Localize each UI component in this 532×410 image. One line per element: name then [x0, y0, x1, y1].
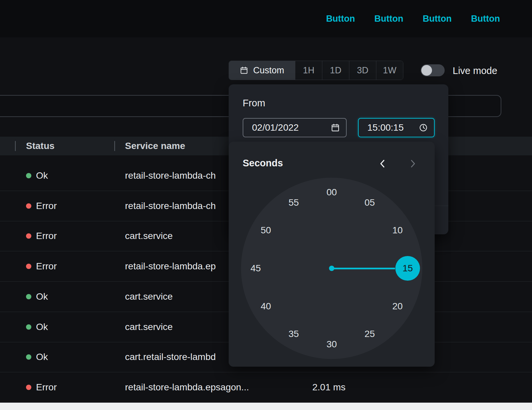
service-name: retail-store-lambda-ch	[125, 201, 216, 211]
clock-number-05[interactable]: 05	[357, 190, 382, 215]
time-range-custom-label: Custom	[253, 65, 284, 76]
bottom-strip	[0, 403, 532, 410]
status-label: Ok	[36, 352, 48, 362]
from-label: From	[243, 98, 265, 109]
status-label: Error	[36, 231, 57, 241]
service-name: cart.retail-store-lambd	[125, 352, 216, 362]
status-dot	[26, 203, 31, 209]
seconds-picker-popup: Seconds 000510152025303540455055	[229, 142, 435, 367]
status-dot	[26, 324, 31, 330]
clock-number-45[interactable]: 45	[243, 256, 268, 281]
time-range-custom[interactable]: Custom	[229, 61, 295, 80]
clock-number-50[interactable]: 50	[254, 218, 278, 243]
status-dot	[26, 264, 31, 269]
duration-value: 2.01 ms	[312, 382, 346, 393]
service-name: cart.service	[125, 231, 173, 241]
service-name: cart.service	[125, 291, 173, 302]
time-range-selector: Custom 1H 1D 3D 1W	[229, 61, 403, 80]
topbar-button-2[interactable]: Button	[374, 14, 403, 24]
topbar-button-4[interactable]: Button	[471, 14, 500, 24]
clock-face: 000510152025303540455055	[241, 178, 422, 359]
calendar-icon	[240, 66, 248, 75]
status-dot	[26, 354, 31, 360]
service-name: retail-store-lambda.ep	[125, 261, 216, 272]
status-label: Ok	[36, 291, 48, 302]
time-range-3d[interactable]: 3D	[349, 61, 376, 80]
status-dot	[26, 233, 31, 239]
clock-icon[interactable]	[419, 123, 428, 132]
live-mode-label: Live mode	[453, 65, 497, 76]
clock-hand	[332, 268, 395, 269]
service-name: retail-store-lambda.epsagon...	[125, 382, 249, 393]
clock-number-15[interactable]: 15	[395, 256, 420, 281]
status-dot	[26, 385, 31, 390]
clock-center-dot	[329, 266, 334, 271]
column-divider	[15, 141, 16, 151]
clock-number-00[interactable]: 00	[319, 180, 344, 205]
chevron-left-icon[interactable]	[375, 156, 390, 171]
status-label: Error	[36, 382, 57, 393]
from-time-input[interactable]: 15:00:15	[358, 118, 435, 137]
from-date-input[interactable]: 02/01/2022	[243, 118, 347, 137]
time-range-1d[interactable]: 1D	[322, 61, 349, 80]
clock-number-35[interactable]: 35	[281, 322, 306, 346]
seconds-title: Seconds	[243, 158, 283, 169]
column-header-status: Status	[26, 141, 55, 151]
time-range-1w[interactable]: 1W	[376, 61, 403, 80]
from-date-value: 02/01/2022	[252, 122, 299, 133]
status-label: Error	[36, 261, 57, 272]
time-range-1h[interactable]: 1H	[295, 61, 322, 80]
column-divider	[114, 141, 115, 151]
column-header-service-name: Service name	[125, 141, 185, 151]
app-root: Button Button Button Button Custom 1H 1D…	[0, 0, 532, 410]
from-time-value: 15:00:15	[367, 122, 404, 133]
clock-number-30[interactable]: 30	[319, 332, 344, 357]
status-dot	[26, 294, 31, 299]
clock-number-20[interactable]: 20	[385, 294, 410, 319]
clock-number-25[interactable]: 25	[357, 322, 382, 346]
live-mode-toggle[interactable]	[421, 64, 445, 76]
topbar-button-3[interactable]: Button	[423, 14, 452, 24]
table-row[interactable]: Error retail-store-lambda.epsagon... 2.0…	[0, 372, 532, 403]
status-dot	[26, 173, 31, 178]
clock-number-10[interactable]: 10	[385, 218, 410, 243]
status-label: Ok	[36, 322, 48, 332]
status-label: Error	[36, 201, 57, 211]
chevron-right-icon[interactable]	[405, 156, 420, 171]
topbar-button-1[interactable]: Button	[326, 14, 355, 24]
status-label: Ok	[36, 170, 48, 181]
calendar-icon[interactable]	[331, 123, 340, 132]
toggle-knob	[421, 65, 432, 76]
top-bar: Button Button Button Button	[0, 0, 532, 37]
clock-number-40[interactable]: 40	[254, 294, 278, 319]
service-name: cart.service	[125, 322, 173, 332]
clock-number-55[interactable]: 55	[281, 190, 306, 215]
service-name: retail-store-lambda-ch	[125, 170, 216, 181]
